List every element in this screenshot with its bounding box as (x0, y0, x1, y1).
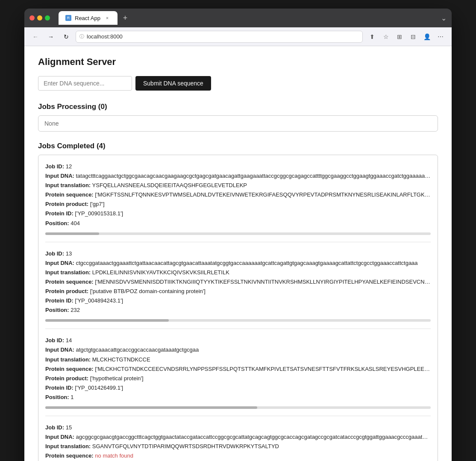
job-protein-product-line: Protein product: ['hypothetical protein'… (45, 374, 431, 383)
job-translation-line: Input translation: SGANVTGFQLVNYTDTIPARI… (45, 442, 431, 451)
job-protein-id-line: Protein ID: ['YP_004894243.1'] (45, 296, 431, 305)
jobs-completed-title: Jobs Completed (4) (38, 142, 438, 150)
bookmark-icon[interactable]: ☆ (380, 31, 392, 43)
job-protein-seq-line: Protein sequence: ['MGKFTSSNLFTQNNKESVPT… (45, 190, 431, 200)
traffic-lights (29, 15, 50, 21)
page-title: Alignment Server (38, 56, 438, 68)
browser-titlebar: R React App × + ⌄ (24, 9, 452, 27)
job-dna-line: Input DNA: agcggcgcgaacgtgaccggctttcagct… (45, 432, 431, 442)
page-content: Alignment Server Submit DNA sequence Job… (24, 46, 452, 461)
job-protein-seq-line: Protein sequence: ['MLCKHCTGTNDKCCEECVND… (45, 364, 431, 374)
job-translation-line: Input translation: MLCKHCTGTNDKCCE (45, 355, 431, 364)
active-tab[interactable]: R React App × (59, 11, 118, 25)
job-entry: Job ID: 15 Input DNA: agcggcgcgaacgtgacc… (45, 423, 431, 461)
job-dna-line: Input DNA: tatagctttcaggaactgctggcgaacag… (45, 171, 431, 181)
jobs-processing-box: None (38, 115, 438, 132)
job-progress-fill (45, 232, 99, 235)
jobs-processing-title: Jobs Processing (0) (38, 103, 438, 111)
profile-icon[interactable]: 👤 (421, 31, 433, 43)
tab-bar: R React App × + (59, 11, 438, 25)
job-position-line: Position: 232 (45, 305, 431, 315)
maximize-button[interactable] (45, 15, 50, 21)
forward-button[interactable]: → (45, 31, 57, 43)
job-progress-fill (45, 319, 169, 322)
job-position-line: Position: 1 (45, 393, 431, 402)
secure-icon: ⓘ (79, 33, 84, 40)
address-bar[interactable]: ⓘ localhost:8000 (76, 31, 363, 43)
job-dna-line: Input DNA: ctgccggataaactggaaattctgattaa… (45, 258, 431, 268)
job-progress-bar (45, 406, 431, 409)
job-progress-bar (45, 319, 431, 322)
job-protein-product-line: Protein product: ['putative BTB/POZ doma… (45, 287, 431, 296)
job-translation-line: Input translation: YSFQELLANSNEEALSDQEIE… (45, 181, 431, 190)
job-entry: Job ID: 12 Input DNA: tatagctttcaggaactg… (45, 162, 431, 242)
minimize-button[interactable] (37, 15, 42, 21)
job-protein-id-line: Protein ID: ['YP_009015318.1'] (45, 209, 431, 218)
job-protein-id-line: Protein ID: ['YP_001426499.1'] (45, 383, 431, 393)
new-tab-button[interactable]: + (119, 12, 131, 24)
job-progress-bar (45, 232, 431, 235)
back-button[interactable]: ← (29, 31, 41, 43)
browser-more-icon[interactable]: ⌄ (441, 14, 447, 22)
tab-close-icon[interactable]: × (104, 15, 111, 21)
jobs-processing-value: None (44, 120, 59, 127)
job-protein-product-line: Protein product: ['gp7'] (45, 200, 431, 209)
dna-sequence-input[interactable] (38, 76, 132, 91)
extensions-icon[interactable]: ⊞ (394, 31, 405, 43)
toolbar-actions: ⬆ ☆ ⊞ ⊟ 👤 ⋯ (366, 31, 447, 43)
sidebar-icon[interactable]: ⊟ (407, 31, 419, 43)
tab-favicon: R (65, 15, 71, 21)
job-entry: Job ID: 13 Input DNA: ctgccggataaactggaa… (45, 249, 431, 329)
url-display: localhost:8000 (87, 33, 123, 40)
submit-dna-button[interactable]: Submit DNA sequence (135, 76, 211, 91)
close-button[interactable] (29, 15, 35, 21)
share-icon[interactable]: ⬆ (366, 31, 378, 43)
job-translation-line: Input translation: LPDKLEILINNISVNIKYAVT… (45, 268, 431, 277)
input-row: Submit DNA sequence (38, 76, 438, 91)
job-dna-line: Input DNA: atgctgtgcaaacattgcaccggcaccaa… (45, 345, 431, 355)
job-position-line: Position: 404 (45, 219, 431, 228)
job-protein-seq-line: Protein sequence: no match found (45, 451, 431, 461)
jobs-completed-list: Job ID: 12 Input DNA: tatagctttcaggaactg… (38, 155, 438, 461)
browser-window: R React App × + ⌄ ← → ↻ ⓘ localhost:8000… (24, 9, 452, 461)
reload-button[interactable]: ↻ (60, 31, 72, 43)
menu-icon[interactable]: ⋯ (435, 31, 447, 43)
job-id-line: Job ID: 13 (45, 249, 431, 258)
job-entry: Job ID: 14 Input DNA: atgctgtgcaaacattgc… (45, 336, 431, 416)
job-progress-fill (45, 406, 257, 409)
job-id-line: Job ID: 15 (45, 423, 431, 432)
browser-toolbar: ← → ↻ ⓘ localhost:8000 ⬆ ☆ ⊞ ⊟ 👤 ⋯ (24, 27, 452, 46)
job-id-line: Job ID: 12 (45, 162, 431, 171)
job-id-line: Job ID: 14 (45, 336, 431, 345)
job-protein-seq-line: Protein sequence: ['MENNISDVVSMENNISDDTI… (45, 277, 431, 287)
tab-title: React App (75, 15, 100, 21)
